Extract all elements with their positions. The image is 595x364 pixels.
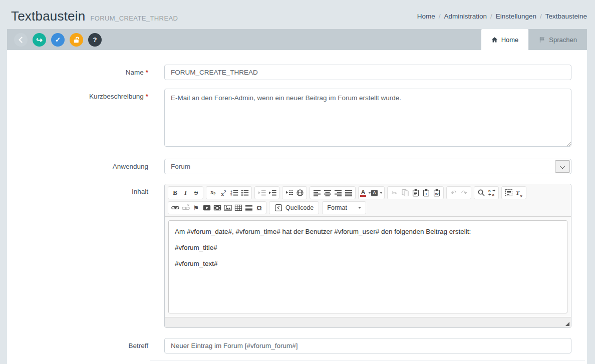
breadcrumb-link-textbausteine[interactable]: Textbausteine (545, 13, 587, 20)
anchor-icon: ⚑ (193, 205, 199, 211)
name-row: Name* (7, 65, 587, 80)
blockquote-button[interactable] (284, 187, 294, 198)
content-panel: Name* Kurzbeschreibung* E-Mail an den Fo… (7, 50, 587, 364)
align-right-button[interactable] (333, 187, 343, 198)
resize-grip-icon[interactable] (565, 322, 569, 326)
breadcrumb-link-einstellungen[interactable]: Einstellungen (496, 13, 536, 20)
outdent-icon (258, 189, 266, 197)
image-icon (224, 204, 232, 212)
source-button[interactable]: Quellcode (269, 201, 319, 214)
language-button[interactable] (294, 187, 305, 198)
tab-label: Sprachen (549, 36, 577, 44)
svg-text:b: b (488, 189, 491, 193)
tab-home[interactable]: Home (481, 29, 529, 50)
editor-toolbar-group: AA (358, 186, 385, 199)
horizontal-rule-button[interactable] (243, 202, 254, 213)
paste-text-button[interactable]: T (421, 187, 431, 198)
numbered-list-icon: 123 (230, 189, 238, 197)
section-divider (150, 360, 585, 361)
action-toolbar: ↪✓? HomeSprachen (7, 29, 587, 50)
svg-text:W: W (435, 192, 439, 196)
unlock-button[interactable] (70, 33, 83, 47)
paste-word-button[interactable]: W (431, 187, 442, 198)
chevron-down-icon (358, 207, 361, 209)
select-all-button[interactable] (503, 187, 514, 198)
strikethrough-button[interactable]: S (191, 187, 201, 198)
anwendung-select[interactable]: Forum (164, 159, 571, 174)
subscript-icon: x2 (210, 189, 215, 196)
remove-format-button[interactable]: Tx (514, 187, 524, 198)
source-button-label: Quellcode (285, 204, 314, 211)
format-dropdown[interactable]: Format (322, 201, 366, 214)
save-and-back-button[interactable]: ↪ (33, 33, 46, 47)
align-right-icon (334, 189, 342, 197)
content-label: Inhalt (7, 184, 164, 328)
editor-toolbar-group: ⚑Ω (168, 201, 266, 214)
editor-toolbar-group (282, 186, 307, 199)
page-subtitle: FORUM_CREATE_THREAD (90, 15, 178, 22)
background-color-button[interactable]: A (371, 187, 383, 198)
outdent-button (256, 187, 267, 198)
tab-label: Home (501, 36, 519, 44)
link-button[interactable] (170, 202, 180, 213)
return-arrow-icon: ↪ (36, 36, 43, 44)
editor-content[interactable]: Am #vforum_date#, #vforum_time# hat der … (168, 220, 567, 313)
name-input[interactable] (164, 65, 571, 80)
application-row: Anwendung Forum (7, 159, 587, 174)
paste-button[interactable] (410, 187, 421, 198)
image-button[interactable] (222, 202, 233, 213)
video-button[interactable] (201, 202, 212, 213)
numbered-list-button[interactable]: 123 (229, 187, 239, 198)
table-icon (234, 204, 242, 212)
bold-button[interactable]: B (170, 187, 180, 198)
bulleted-list-button[interactable] (239, 187, 250, 198)
indent-icon (268, 189, 276, 197)
redo-icon: ↷ (461, 189, 467, 196)
subject-input[interactable] (164, 338, 571, 353)
special-char-button[interactable]: Ω (254, 202, 264, 213)
tab-bar: HomeSprachen (481, 29, 587, 50)
align-justify-button[interactable] (343, 187, 354, 198)
editor-paragraph: Am #vforum_date#, #vforum_time# hat der … (175, 228, 561, 235)
table-button[interactable] (233, 202, 243, 213)
breadcrumb-link-administration[interactable]: Administration (444, 13, 487, 20)
italic-button[interactable]: I (180, 187, 191, 198)
find-icon (477, 189, 485, 197)
editor-paragraph: #vforum_text# (175, 260, 561, 267)
tab-sprachen[interactable]: Sprachen (529, 29, 587, 50)
unlock-icon (73, 36, 80, 44)
superscript-button[interactable]: x2 (218, 187, 229, 198)
name-label-text: Name (126, 69, 144, 76)
select-arrow-button[interactable] (555, 160, 570, 173)
editor-toolbar-group: x2x2123 (206, 186, 252, 199)
save-button[interactable]: ✓ (51, 33, 65, 47)
subscript-button[interactable]: x2 (208, 187, 218, 198)
breadcrumb: Home/Administration/Einstellungen/Textba… (417, 13, 587, 20)
content-label-text: Inhalt (132, 188, 148, 195)
media-button[interactable] (212, 202, 222, 213)
back-button[interactable] (14, 33, 28, 47)
format-dropdown-label: Format (327, 204, 347, 211)
unlink-button (180, 202, 191, 213)
video-icon (203, 204, 211, 212)
breadcrumb-link-home[interactable]: Home (417, 13, 435, 20)
description-label: Kurzbeschreibung* (7, 89, 164, 149)
application-label-text: Anwendung (113, 163, 148, 170)
anchor-button[interactable]: ⚑ (191, 202, 201, 213)
description-label-text: Kurzbeschreibung (89, 93, 144, 100)
chevron-left-icon (18, 38, 24, 42)
find-button[interactable] (476, 187, 486, 198)
help-button[interactable]: ? (88, 33, 102, 47)
svg-text:a: a (492, 193, 494, 197)
align-center-button[interactable] (322, 187, 333, 198)
description-row: Kurzbeschreibung* E-Mail an den Foren-Ad… (7, 89, 587, 149)
special-char-icon: Ω (256, 205, 261, 211)
replace-button[interactable]: ba (486, 187, 497, 198)
breadcrumb-separator: / (490, 13, 492, 20)
text-color-button[interactable]: A (360, 187, 371, 198)
align-left-button[interactable] (312, 187, 322, 198)
indent-button[interactable] (267, 187, 277, 198)
copy-button (400, 187, 410, 198)
description-textarea[interactable]: E-Mail an den Foren-Admin, wenn ein neue… (164, 89, 571, 147)
editor-footer (165, 317, 571, 327)
